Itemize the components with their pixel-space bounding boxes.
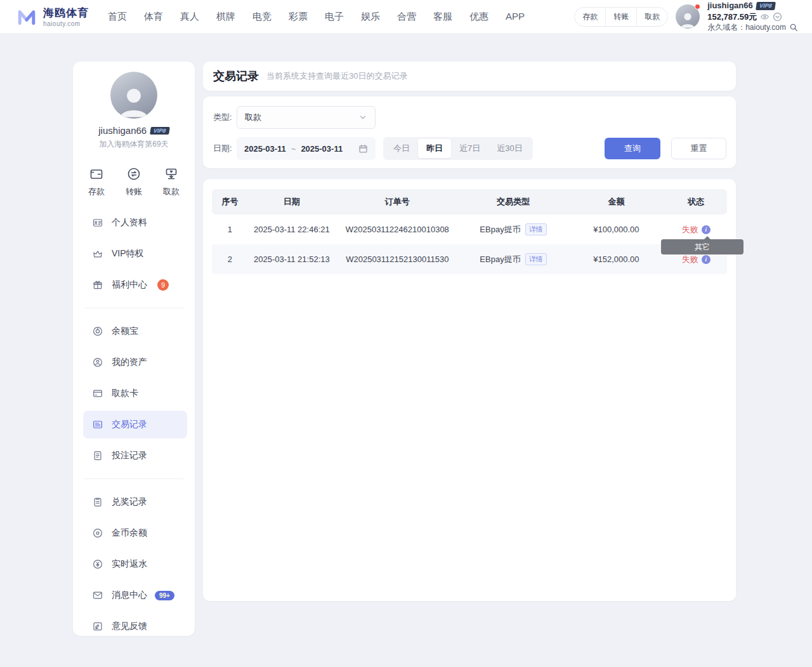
- divider: [84, 308, 183, 308]
- nav-item-board-games[interactable]: 棋牌: [216, 11, 235, 23]
- col-header-amount: 金额: [567, 196, 665, 208]
- profile-joined: 加入海鸥体育第69天: [73, 139, 195, 150]
- avatar[interactable]: [676, 4, 700, 29]
- sidebar-item-label: 投注记录: [112, 450, 147, 461]
- nav-item-service[interactable]: 客服: [433, 11, 452, 23]
- range-today-button[interactable]: 今日: [385, 139, 418, 158]
- nav-item-promo[interactable]: 优惠: [469, 11, 488, 23]
- transfer-button[interactable]: 转账: [605, 8, 636, 26]
- gift-icon: [92, 279, 103, 291]
- bank-card-icon: [92, 388, 103, 399]
- sidebar-item-label: 余额宝: [112, 326, 138, 337]
- page-title: 交易记录: [213, 69, 259, 84]
- quick-action-transfer[interactable]: 转账: [126, 166, 142, 197]
- cell-date: 2025-03-11 21:52:13: [248, 254, 336, 264]
- date-separator: ~: [291, 144, 296, 154]
- date-range-input[interactable]: 2025-03-11 ~ 2025-03-11: [237, 137, 376, 160]
- cell-order: W202503112246210010308: [336, 225, 459, 234]
- nav-item-affiliate[interactable]: 合营: [397, 11, 416, 23]
- topbar: 海鸥体育 haiouty.com 首页 体育 真人 棋牌 电竞 彩票 电子 娱乐…: [0, 0, 812, 33]
- filter-card: 类型: 取款 日期: 2025-03-11 ~ 2025-03-11: [203, 96, 736, 168]
- eye-icon[interactable]: [760, 12, 769, 22]
- logo[interactable]: 海鸥体育 haiouty.com: [15, 5, 89, 28]
- sidebar-item-coin-balance[interactable]: 金币余额: [83, 519, 187, 547]
- rebate-icon: [92, 558, 103, 570]
- nav-item-home[interactable]: 首页: [108, 11, 127, 23]
- page: 海鸥体育 haiouty.com 首页 体育 真人 棋牌 电竞 彩票 电子 娱乐…: [0, 0, 812, 636]
- query-button[interactable]: 查询: [605, 138, 660, 159]
- transfer-icon: [126, 166, 141, 182]
- sidebar-item-vip[interactable]: VIP特权: [83, 240, 187, 268]
- nav-item-slots[interactable]: 电子: [325, 11, 344, 23]
- cell-status: 失败 i: [665, 254, 727, 265]
- sidebar: jiushigan66 VIP8 加入海鸥体育第69天 存款 转账 取款: [73, 62, 195, 636]
- sidebar-item-label: 兑奖记录: [112, 496, 147, 508]
- main-area: 交易记录 当前系统支持查询最近30日的交易记录 类型: 取款 日期: 2025-…: [203, 62, 736, 601]
- date-to: 2025-03-11: [301, 144, 343, 154]
- logo-domain: haiouty.com: [43, 20, 89, 27]
- deposit-button[interactable]: 存款: [575, 8, 605, 26]
- sidebar-item-label: 我的资产: [112, 357, 147, 368]
- nav-item-app[interactable]: APP: [506, 11, 525, 23]
- nav-item-sports[interactable]: 体育: [144, 11, 163, 23]
- status-text: 失败: [682, 254, 698, 265]
- withdraw-button[interactable]: 取款: [636, 8, 667, 26]
- type-select[interactable]: 取款: [237, 106, 376, 129]
- sidebar-item-benefits[interactable]: 福利中心 9: [83, 271, 187, 299]
- info-icon[interactable]: i: [702, 225, 710, 234]
- sidebar-item-bet-records[interactable]: 投注记录: [83, 442, 187, 470]
- sidebar-item-rebate[interactable]: 实时返水: [83, 550, 187, 578]
- search-icon[interactable]: [789, 23, 798, 32]
- nav-item-live[interactable]: 真人: [180, 11, 199, 23]
- sidebar-item-label: 个人资料: [112, 217, 147, 228]
- cell-no: 1: [212, 225, 248, 234]
- nav-item-entertainment[interactable]: 娱乐: [361, 11, 380, 23]
- type-label: 类型:: [213, 112, 237, 123]
- sidebar-item-label: VIP特权: [112, 248, 144, 260]
- sidebar-item-messages[interactable]: 消息中心 99+: [83, 581, 187, 609]
- sidebar-menu: 个人资料 VIP特权 福利中心 9 余额宝 我: [73, 209, 195, 640]
- range-30days-button[interactable]: 近30日: [488, 139, 530, 158]
- sidebar-item-feedback[interactable]: 意见反馈: [83, 612, 187, 640]
- range-yesterday-button[interactable]: 昨日: [418, 139, 451, 158]
- detail-link[interactable]: 详情: [525, 223, 547, 235]
- user-name-row: jiushigan66 VIP8: [707, 1, 798, 11]
- cell-no: 2: [212, 254, 248, 264]
- info-icon[interactable]: i: [702, 255, 710, 264]
- quick-action-deposit[interactable]: 存款: [88, 166, 105, 197]
- sidebar-item-label: 实时返水: [112, 558, 147, 570]
- cell-order: W202503112152130011530: [336, 254, 459, 264]
- id-card-icon: [92, 217, 103, 228]
- sidebar-item-prize-records[interactable]: 兑奖记录: [83, 488, 187, 516]
- notification-dot: [695, 4, 700, 10]
- quick-action-withdraw[interactable]: 取款: [163, 166, 180, 197]
- vip-badge: VIP8: [150, 127, 169, 135]
- transaction-type: EBpay提币: [480, 224, 520, 235]
- sidebar-item-yuebao[interactable]: 余额宝: [83, 317, 187, 345]
- detail-link[interactable]: 详情: [525, 253, 547, 265]
- nav-item-esports[interactable]: 电竞: [252, 11, 272, 23]
- range-7days-button[interactable]: 近7日: [451, 139, 488, 158]
- sidebar-item-profile[interactable]: 个人资料: [83, 209, 187, 237]
- reset-button[interactable]: 重置: [671, 138, 726, 159]
- logo-text: 海鸥体育 haiouty.com: [43, 6, 89, 27]
- quick-action-label: 存款: [88, 186, 105, 197]
- chevron-circle-icon[interactable]: [773, 12, 782, 22]
- topbar-right: 存款 转账 取款 jiushigan66 VIP8 152,787.59元: [574, 1, 798, 32]
- table-card: 序号 日期 订单号 交易类型 金额 状态 1 2025-03-11 22:46:…: [203, 179, 736, 601]
- page-header-card: 交易记录 当前系统支持查询最近30日的交易记录: [203, 62, 736, 91]
- cell-date: 2025-03-11 22:46:21: [248, 225, 336, 234]
- sidebar-item-assets[interactable]: 我的资产: [83, 348, 187, 376]
- sidebar-item-transactions[interactable]: 交易记录: [83, 411, 187, 439]
- benefits-badge: 9: [157, 279, 169, 291]
- messages-badge: 99+: [155, 591, 174, 600]
- status-tooltip: 其它: [661, 239, 743, 254]
- sidebar-item-label: 取款卡: [112, 388, 138, 399]
- cell-type: EBpay提币 详情: [459, 253, 568, 265]
- date-label: 日期:: [213, 143, 237, 154]
- quick-range-group: 今日 昨日 近7日 近30日: [383, 137, 533, 160]
- sidebar-item-withdraw-card[interactable]: 取款卡: [83, 380, 187, 407]
- chevron-down-icon: [358, 113, 367, 122]
- coin-icon: [92, 527, 103, 539]
- nav-item-lottery[interactable]: 彩票: [289, 11, 308, 23]
